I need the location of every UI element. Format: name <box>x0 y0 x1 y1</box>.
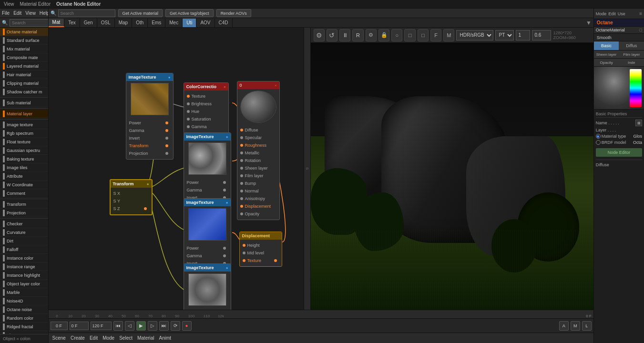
samples-input[interactable] <box>516 30 530 40</box>
autokey-btn[interactable]: A <box>559 321 569 331</box>
tab-c4d[interactable]: C4D <box>215 19 233 27</box>
list-item[interactable]: Image texture <box>0 121 48 129</box>
gear-btn[interactable]: ⚙ <box>366 29 377 41</box>
list-item[interactable]: Octane material <box>0 28 48 36</box>
list-item[interactable]: Gaussian spectru <box>0 146 48 155</box>
sphere-btn[interactable]: ○ <box>391 29 402 41</box>
node-image-texture-4[interactable]: ImageTexture ● Power Gamma Invert Transf… <box>184 263 231 310</box>
end-frame-input[interactable] <box>91 322 112 330</box>
tab-mec[interactable]: Mec <box>165 19 183 27</box>
list-item[interactable]: Image tiles <box>0 163 48 172</box>
bottom-mode[interactable]: Mode <box>102 335 114 341</box>
list-item[interactable]: Composite mate <box>0 53 48 62</box>
view-menu2[interactable]: View <box>25 10 36 16</box>
search-input[interactable] <box>10 19 49 27</box>
tab-film-layer[interactable]: Film layer <box>619 50 644 58</box>
mat-type-radio[interactable] <box>596 134 601 139</box>
tab-tex[interactable]: Tex <box>64 19 80 27</box>
go-start-btn[interactable]: ⏮ <box>113 321 123 331</box>
marker-btn[interactable]: M <box>571 321 580 331</box>
oct-editor-menu[interactable]: Octane Node Editor <box>56 1 101 7</box>
list-item[interactable]: Attribute <box>0 172 48 181</box>
mat-editor-menu[interactable]: Material Editor <box>20 1 51 7</box>
get-active-material-btn[interactable]: Get Active material <box>118 9 163 17</box>
tab-gen[interactable]: Gen <box>80 19 97 27</box>
node-material-output[interactable]: 0 × Diffuse Specular Roughness Metallic … <box>237 81 280 220</box>
go-end-btn[interactable]: ⏭ <box>159 321 169 331</box>
tab-inde[interactable]: Inde <box>619 59 644 66</box>
bottom-animt[interactable]: Animt <box>159 335 172 341</box>
list-item[interactable]: Rgb spectrum <box>0 129 48 138</box>
bottom-scene[interactable]: Scene <box>52 335 66 341</box>
region-btn[interactable]: R <box>352 29 363 41</box>
list-item[interactable]: Random color <box>0 314 48 323</box>
view-menu[interactable]: View <box>4 1 14 7</box>
step-fwd-btn[interactable]: ▷ <box>148 321 157 331</box>
tab-sheen-layer[interactable]: Sheen layer <box>594 50 619 58</box>
list-item[interactable]: Sub material <box>0 99 48 107</box>
node-close-icon[interactable]: × <box>224 85 226 89</box>
panel-settings-icon[interactable]: ≡ <box>639 11 642 16</box>
tab-mat[interactable]: Mat <box>49 19 65 27</box>
list-item[interactable]: Ridged fractal <box>0 323 48 331</box>
viewport[interactable] <box>311 43 593 310</box>
list-item[interactable]: Falloff <box>0 245 48 254</box>
bottom-edit[interactable]: Edit <box>90 335 98 341</box>
list-item[interactable]: Standard surface <box>0 36 48 45</box>
color-space-select[interactable]: HDR/sRGB <box>456 30 493 40</box>
list-item[interactable]: Clipping material <box>0 79 48 88</box>
node-displacement[interactable]: Displacement Height Mid level Texture <box>239 232 282 267</box>
tab-ems[interactable]: Ems <box>148 19 165 27</box>
list-item[interactable]: Mix material <box>0 45 48 53</box>
tab-oth[interactable]: Oth <box>132 19 148 27</box>
node-image-texture-1[interactable]: ImageTexture ● Power Gamma Invert Transf… <box>126 73 174 160</box>
list-item[interactable]: Transform <box>0 200 48 209</box>
name-icon[interactable]: ⊞ <box>635 120 642 126</box>
node-editor-button[interactable]: Node Editor <box>596 148 642 157</box>
bottom-create[interactable]: Create <box>71 335 85 341</box>
help-menu[interactable]: Help <box>40 10 49 16</box>
list-item[interactable]: W Coordinate <box>0 181 48 189</box>
node-canvas[interactable]: ImageTexture ● Power Gamma Invert Transf… <box>49 28 311 310</box>
list-item[interactable]: Shadow catcher m <box>0 88 48 96</box>
list-item[interactable]: Comment <box>0 189 48 198</box>
collapse-icon[interactable]: ▼ <box>586 20 592 26</box>
tab-osl[interactable]: OSL <box>97 19 115 27</box>
frame-input[interactable] <box>70 322 89 330</box>
tab-basic[interactable]: Basic <box>594 41 619 50</box>
list-item[interactable]: Float texture <box>0 138 48 146</box>
list-item[interactable]: Baking texture <box>0 155 48 163</box>
tab-uti[interactable]: Uti <box>183 19 196 27</box>
render-aovs-btn[interactable]: Render AOVs <box>216 9 251 17</box>
search-input2[interactable] <box>58 10 115 17</box>
value-input[interactable] <box>532 30 551 40</box>
m-btn[interactable]: M <box>443 29 454 41</box>
list-item[interactable]: Dirt <box>0 237 48 245</box>
list-item[interactable]: Projection <box>0 209 48 217</box>
tab-map[interactable]: Map <box>115 19 132 27</box>
list-item[interactable]: Instance range <box>0 262 48 271</box>
node-transform[interactable]: Transform ● S X S Y S Z <box>110 179 153 215</box>
material-close-icon[interactable]: × <box>275 83 277 88</box>
list-item[interactable]: Curvature <box>0 228 48 237</box>
bottom-select[interactable]: Select <box>119 335 133 341</box>
edit-menu[interactable]: Edit <box>13 10 21 16</box>
square-btn[interactable]: □ <box>404 29 415 41</box>
settings-btn[interactable]: ⚙ <box>314 29 325 41</box>
list-item[interactable]: Material layer <box>0 110 48 118</box>
list-item[interactable]: Octane noise <box>0 305 48 314</box>
record-btn[interactable]: ● <box>182 321 192 331</box>
file-menu[interactable]: File <box>2 10 10 16</box>
tab-opacity[interactable]: Opacity <box>594 59 619 66</box>
tab-aov[interactable]: AOV <box>196 19 215 27</box>
f-btn[interactable]: F <box>430 29 441 41</box>
list-item[interactable]: Noise4D <box>0 297 48 305</box>
brdf-radio[interactable] <box>596 140 601 145</box>
list-item[interactable]: Instance color <box>0 254 48 262</box>
pause-btn[interactable]: ⏸ <box>339 29 350 41</box>
loop-btn[interactable]: ⟳ <box>171 321 180 331</box>
list-item[interactable]: Checker <box>0 220 48 228</box>
play-btn[interactable]: ▶ <box>136 321 146 331</box>
list-item[interactable]: Hair material <box>0 71 48 79</box>
list-item[interactable]: Instance highlight <box>0 271 48 280</box>
